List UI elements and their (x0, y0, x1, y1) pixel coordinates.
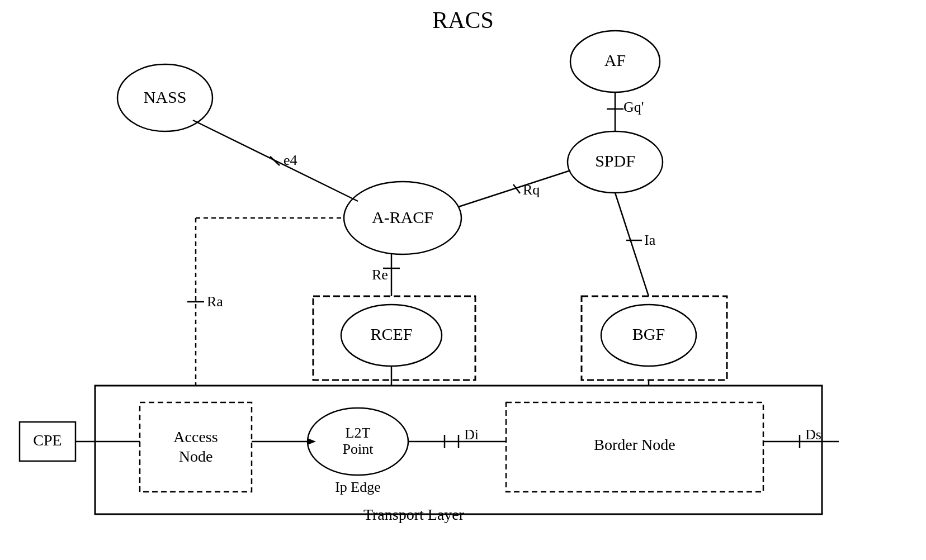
spdf-aracf-line (459, 170, 570, 207)
l2t-point-label1: L2T (346, 425, 371, 441)
spdf-bgf-line (615, 193, 649, 296)
racs-title: RACS (432, 7, 494, 33)
gq-label: Gq' (623, 99, 644, 115)
access-node-label2: Node (179, 448, 213, 465)
ds-label: Ds (805, 426, 821, 443)
transport-layer-label: Transport Layer (363, 506, 465, 523)
ip-edge-label: Ip Edge (335, 479, 381, 495)
l2t-point-label2: Point (343, 441, 374, 457)
e4-label: e4 (284, 152, 297, 168)
bgf-label: BGF (632, 325, 665, 343)
af-label: AF (604, 51, 626, 69)
ia-label: Ia (644, 232, 656, 248)
border-node-label: Border Node (594, 436, 675, 453)
cpe-label: CPE (33, 431, 62, 449)
re-label: Re (372, 267, 388, 283)
access-node-label1: Access (173, 428, 218, 445)
rcef-label: RCEF (370, 325, 412, 343)
svg-line-1 (270, 156, 280, 165)
ra-label: Ra (207, 293, 223, 310)
spdf-label: SPDF (595, 151, 635, 170)
diagram-container: RACS AF NASS SPDF A-RACF RCEF BGF L2T Po… (0, 0, 926, 560)
aracf-label: A-RACF (372, 208, 433, 226)
di-label: Di (464, 426, 479, 443)
rq-label: Rq (523, 182, 540, 198)
access-node-box (140, 402, 252, 492)
nass-label: NASS (144, 88, 187, 106)
